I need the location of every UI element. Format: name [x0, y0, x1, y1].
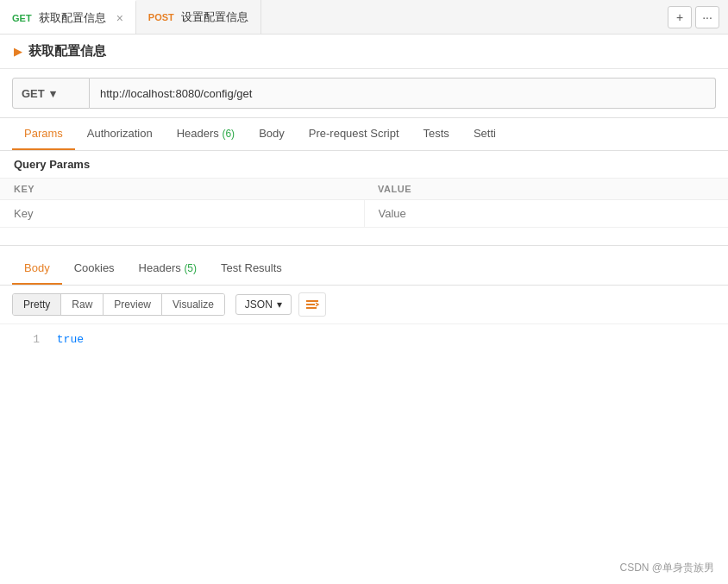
params-table: KEY VALUE — [0, 178, 728, 228]
method-label: GET — [22, 87, 45, 100]
tab-get-close[interactable]: × — [116, 11, 123, 25]
table-row — [0, 200, 728, 228]
chevron-right-icon: ▶ — [14, 46, 22, 58]
tab-post-method: POST — [148, 12, 174, 22]
tab-tests[interactable]: Tests — [411, 118, 461, 150]
key-column-header: KEY — [0, 179, 364, 200]
wrap-button[interactable] — [298, 292, 326, 317]
tab-settings[interactable]: Setti — [461, 118, 508, 150]
value-column-header: VALUE — [364, 179, 728, 200]
tab-headers[interactable]: Headers (6) — [165, 118, 247, 150]
json-chevron-icon: ▾ — [277, 298, 282, 311]
format-btn-group: Pretty Raw Preview Visualize — [12, 293, 225, 316]
tab-pre-request-script[interactable]: Pre-request Script — [297, 118, 411, 150]
tab-post[interactable]: POST 设置配置信息 — [136, 0, 261, 34]
tab-get[interactable]: GET 获取配置信息 × — [0, 0, 136, 34]
more-options-button[interactable]: ··· — [695, 6, 719, 28]
format-pretty-button[interactable]: Pretty — [13, 294, 61, 315]
footer-text: CSDN @单身贵族男 — [619, 562, 714, 574]
line-number: 1 — [14, 333, 40, 346]
key-input[interactable] — [14, 207, 350, 220]
svg-rect-2 — [306, 307, 317, 309]
query-params-title: Query Params — [0, 151, 728, 178]
format-bar: Pretty Raw Preview Visualize JSON ▾ — [0, 286, 728, 324]
request-name-label: 获取配置信息 — [28, 43, 106, 60]
tab-get-method: GET — [12, 13, 32, 23]
wrap-icon — [304, 297, 320, 312]
format-json-select[interactable]: JSON ▾ — [235, 294, 292, 315]
response-tab-headers[interactable]: Headers (5) — [127, 253, 209, 285]
method-chevron-icon: ▾ — [50, 87, 56, 100]
tab-get-label: 获取配置信息 — [39, 10, 106, 26]
svg-rect-1 — [306, 304, 315, 305]
url-bar: GET ▾ — [0, 69, 728, 118]
request-title: ▶ 获取配置信息 — [0, 35, 728, 69]
tab-body[interactable]: Body — [247, 118, 297, 150]
url-input[interactable] — [90, 78, 716, 109]
format-raw-button[interactable]: Raw — [61, 294, 104, 315]
response-tab-test-results[interactable]: Test Results — [209, 253, 294, 285]
svg-rect-0 — [306, 300, 318, 302]
response-tab-body[interactable]: Body — [12, 253, 62, 285]
tab-actions: + ··· — [668, 6, 728, 28]
tab-authorization[interactable]: Authorization — [75, 118, 165, 150]
add-tab-button[interactable]: + — [668, 6, 692, 28]
code-area: 1 true — [0, 324, 728, 355]
tab-bar: GET 获取配置信息 × POST 设置配置信息 + ··· — [0, 0, 728, 35]
request-sub-tabs: Params Authorization Headers (6) Body Pr… — [0, 118, 728, 151]
footer: CSDN @单身贵族男 — [619, 561, 714, 575]
response-tab-cookies[interactable]: Cookies — [62, 253, 127, 285]
format-preview-button[interactable]: Preview — [104, 294, 162, 315]
section-divider — [0, 245, 728, 246]
code-value: true — [57, 333, 84, 346]
value-input[interactable] — [379, 207, 715, 220]
method-select[interactable]: GET ▾ — [12, 78, 90, 109]
tab-params[interactable]: Params — [12, 118, 75, 150]
json-format-label: JSON — [245, 298, 273, 311]
tab-post-label: 设置配置信息 — [181, 9, 248, 25]
format-visualize-button[interactable]: Visualize — [162, 294, 224, 315]
response-tabs: Body Cookies Headers (5) Test Results — [0, 253, 728, 286]
